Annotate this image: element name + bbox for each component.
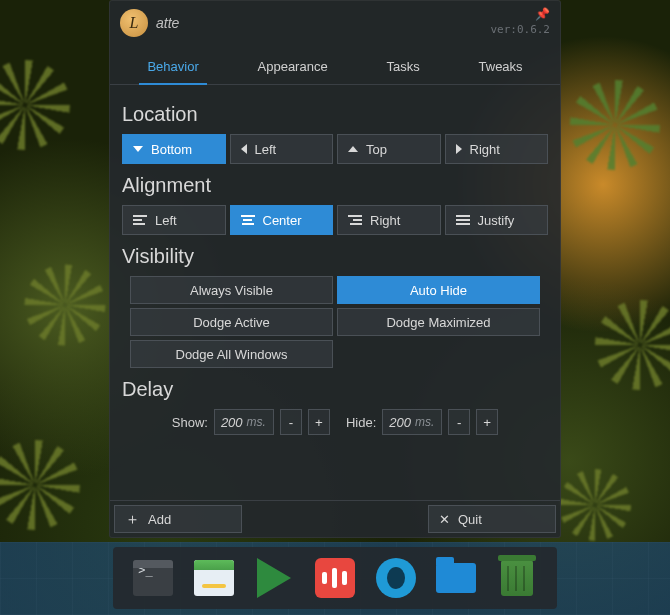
align-right[interactable]: Right	[337, 205, 441, 235]
location-top[interactable]: Top	[337, 134, 441, 164]
browser-icon	[376, 558, 416, 598]
vis-autohide[interactable]: Auto Hide	[337, 276, 540, 304]
settings-dialog: L atte 📌 ver:0.6.2 Behavior Appearance T…	[109, 0, 561, 538]
quit-label: Quit	[458, 512, 482, 527]
delay-hide-plus[interactable]: +	[476, 409, 498, 435]
align-left[interactable]: Left	[122, 205, 226, 235]
align-center-label: Center	[263, 213, 302, 228]
location-bottom-label: Bottom	[151, 142, 192, 157]
location-left-label: Left	[255, 142, 277, 157]
vis-dodge-active[interactable]: Dodge Active	[130, 308, 333, 336]
tab-tweaks[interactable]: Tweaks	[475, 51, 527, 84]
delay-show-value: 200	[221, 415, 243, 430]
align-justify-label: Justify	[478, 213, 515, 228]
delay-hide-unit: ms.	[415, 415, 434, 429]
align-center[interactable]: Center	[230, 205, 334, 235]
equalizer-icon	[315, 558, 355, 598]
dock-browser[interactable]	[374, 556, 418, 600]
location-top-label: Top	[366, 142, 387, 157]
triangle-right-icon	[456, 144, 462, 154]
delay-show-minus[interactable]: -	[280, 409, 302, 435]
location-right[interactable]: Right	[445, 134, 549, 164]
delay-hide-input[interactable]: 200 ms.	[382, 409, 442, 435]
app-logo: L	[120, 9, 148, 37]
visibility-grid: Always Visible Auto Hide Dodge Active Do…	[130, 276, 540, 368]
location-segment: Bottom Left Top Right	[122, 134, 548, 164]
dock-files[interactable]	[192, 556, 236, 600]
dock-trash[interactable]	[495, 556, 539, 600]
delay-row: Show: 200 ms. - + Hide: 200 ms. - +	[122, 409, 548, 435]
plus-icon: ＋	[125, 510, 140, 529]
tab-bar: Behavior Appearance Tasks Tweaks	[110, 51, 560, 85]
align-right-label: Right	[370, 213, 400, 228]
align-left-label: Left	[155, 213, 177, 228]
section-visibility: Visibility	[122, 245, 548, 268]
align-center-icon	[241, 215, 255, 225]
trash-icon	[501, 560, 533, 596]
quit-button[interactable]: ✕ Quit	[428, 505, 556, 533]
triangle-up-icon	[348, 146, 358, 152]
location-bottom[interactable]: Bottom	[122, 134, 226, 164]
file-manager-icon	[194, 560, 234, 596]
section-location: Location	[122, 103, 548, 126]
location-right-label: Right	[470, 142, 500, 157]
add-button[interactable]: ＋ Add	[114, 505, 242, 533]
version-label: ver:0.6.2	[490, 23, 550, 36]
dialog-footer: ＋ Add ✕ Quit	[110, 500, 560, 537]
tab-appearance[interactable]: Appearance	[254, 51, 332, 84]
tab-tasks[interactable]: Tasks	[382, 51, 423, 84]
align-right-icon	[348, 215, 362, 225]
delay-show-group: Show: 200 ms. - +	[172, 409, 330, 435]
align-left-icon	[133, 215, 147, 225]
add-label: Add	[148, 512, 171, 527]
align-justify-icon	[456, 215, 470, 225]
dock-equalizer[interactable]	[313, 556, 357, 600]
delay-show-plus[interactable]: +	[308, 409, 330, 435]
vis-always[interactable]: Always Visible	[130, 276, 333, 304]
vis-dodge-max[interactable]: Dodge Maximized	[337, 308, 540, 336]
app-title: atte	[156, 15, 179, 31]
dock-terminal[interactable]	[131, 556, 175, 600]
delay-show-label: Show:	[172, 415, 208, 430]
alignment-segment: Left Center Right Justify	[122, 205, 548, 235]
delay-hide-label: Hide:	[346, 415, 376, 430]
section-delay: Delay	[122, 378, 548, 401]
dialog-header: L atte 📌 ver:0.6.2	[110, 1, 560, 37]
section-alignment: Alignment	[122, 174, 548, 197]
delay-show-unit: ms.	[247, 415, 266, 429]
pin-icon[interactable]: 📌	[535, 7, 550, 21]
close-icon: ✕	[439, 512, 450, 527]
align-justify[interactable]: Justify	[445, 205, 549, 235]
delay-hide-value: 200	[389, 415, 411, 430]
folder-icon	[436, 563, 476, 593]
location-left[interactable]: Left	[230, 134, 334, 164]
dock-folder[interactable]	[434, 556, 478, 600]
delay-hide-group: Hide: 200 ms. - +	[346, 409, 498, 435]
triangle-down-icon	[133, 146, 143, 152]
dock-panel	[113, 547, 557, 609]
delay-show-input[interactable]: 200 ms.	[214, 409, 274, 435]
terminal-icon	[133, 560, 173, 596]
tab-behavior[interactable]: Behavior	[143, 51, 202, 84]
dock-media[interactable]	[252, 556, 296, 600]
vis-dodge-all[interactable]: Dodge All Windows	[130, 340, 333, 368]
delay-hide-minus[interactable]: -	[448, 409, 470, 435]
play-icon	[257, 558, 291, 598]
triangle-left-icon	[241, 144, 247, 154]
